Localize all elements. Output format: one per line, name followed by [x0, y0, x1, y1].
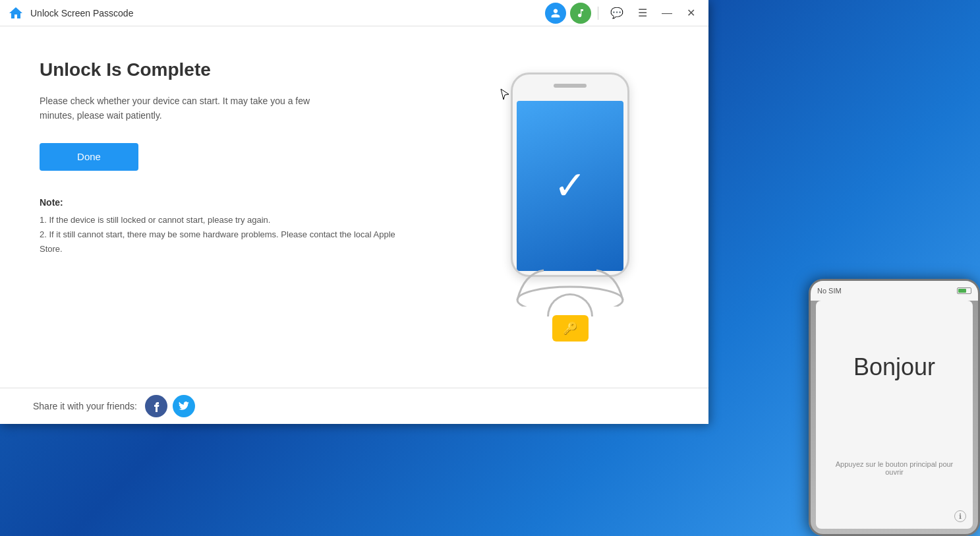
note-item-1: 1. If the device is still locked or cann… — [40, 213, 399, 227]
comment-button[interactable]: 💬 — [605, 4, 629, 22]
note-section: Note: 1. If the device is still locked o… — [40, 197, 399, 256]
no-sim-text: No SIM — [817, 287, 842, 295]
app-home-icon — [8, 5, 24, 21]
window-title: Unlock Screen Passcode — [30, 8, 133, 18]
phone-screen: ✓ — [517, 101, 623, 271]
keyhole-icon: 🔑 — [563, 321, 577, 336]
unlock-description: Please check whether your device can sta… — [40, 94, 343, 123]
title-bar-left: Unlock Screen Passcode — [8, 5, 133, 21]
info-button[interactable]: ℹ — [954, 510, 966, 522]
main-content: Unlock Is Complete Please check whether … — [0, 26, 708, 388]
lock-shackle — [547, 293, 593, 316]
menu-button[interactable]: ☰ — [633, 4, 652, 22]
phone-outer: ✓ — [511, 73, 629, 277]
left-panel: Unlock Is Complete Please check whether … — [0, 26, 432, 388]
status-bar: No SIM — [811, 281, 978, 301]
separator — [598, 7, 598, 20]
note-item-2: 2. If it still cannot start, there may b… — [40, 227, 399, 256]
share-label: Share it with your friends: — [33, 401, 137, 411]
battery-bar — [957, 287, 971, 294]
user-account-button[interactable] — [545, 3, 566, 24]
facebook-button[interactable] — [145, 395, 167, 417]
facebook-icon — [152, 400, 161, 412]
app-window: Unlock Screen Passcode 💬 ☰ — ✕ Unlock Is… — [0, 0, 708, 424]
title-bar: Unlock Screen Passcode 💬 ☰ — ✕ — [0, 0, 708, 26]
right-panel: ✓ 🔑 — [432, 26, 708, 388]
music-button[interactable] — [570, 3, 591, 24]
lock-area: 🔑 — [504, 267, 636, 342]
title-bar-right: 💬 ☰ — ✕ — [545, 3, 701, 24]
phone-speaker — [554, 84, 587, 88]
lock-body: 🔑 — [552, 315, 589, 342]
checkmark-icon: ✓ — [554, 166, 587, 206]
footer: Share it with your friends: — [0, 388, 708, 424]
bonjour-text: Bonjour — [853, 353, 935, 381]
phone-screen-content: Bonjour Appuyez sur le bouton principal … — [816, 301, 973, 529]
note-label: Note: — [40, 197, 399, 208]
minimize-button[interactable]: — — [656, 5, 677, 22]
close-button[interactable]: ✕ — [681, 4, 701, 22]
home-instruction-text: Appuyez sur le bouton principal pour ouv… — [816, 460, 973, 476]
desktop-phone: No SIM Bonjour Appuyez sur le bouton pri… — [766, 279, 980, 536]
real-phone-body: No SIM Bonjour Appuyez sur le bouton pri… — [809, 279, 980, 536]
user-icon — [550, 8, 561, 18]
lock-container: 🔑 — [547, 293, 593, 342]
battery-indicator — [957, 287, 971, 294]
battery-fill — [958, 289, 966, 293]
twitter-button[interactable] — [173, 395, 195, 417]
music-icon — [575, 8, 586, 18]
phone-illustration: ✓ 🔑 — [504, 73, 636, 342]
twitter-icon — [179, 402, 189, 411]
unlock-title: Unlock Is Complete — [40, 59, 399, 80]
done-button[interactable]: Done — [40, 143, 138, 171]
